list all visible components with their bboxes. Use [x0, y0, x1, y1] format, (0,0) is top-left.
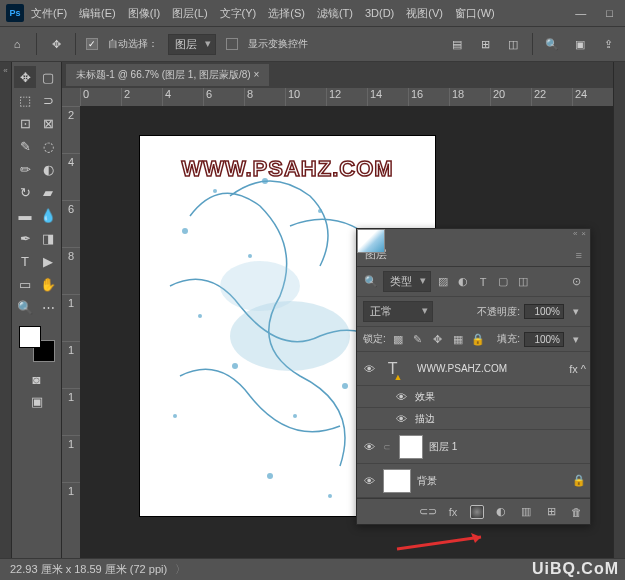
auto-select-target[interactable]: 图层 — [168, 34, 216, 55]
lasso-tool[interactable]: ⊃ — [37, 89, 59, 111]
visibility-toggle[interactable]: 👁 — [361, 441, 377, 453]
fx-chevron-icon[interactable]: ^ — [581, 363, 586, 375]
right-collapse-bar[interactable] — [613, 62, 625, 558]
menu-view[interactable]: 视图(V) — [401, 3, 448, 24]
layer-name[interactable]: 背景 — [417, 474, 566, 488]
new-layer-icon[interactable]: ⊞ — [543, 504, 559, 520]
hand-tool[interactable]: ✋ — [37, 273, 59, 295]
color-swatches[interactable] — [19, 326, 55, 362]
layer-effects[interactable]: 👁 效果 — [357, 386, 590, 408]
menu-window[interactable]: 窗口(W) — [450, 3, 500, 24]
fx-badge[interactable]: fx — [569, 363, 578, 375]
adjustment-layer-icon[interactable]: ◐ — [493, 504, 509, 520]
share-icon[interactable]: ⇪ — [599, 35, 617, 53]
auto-select-checkbox[interactable] — [86, 38, 98, 50]
quick-select-tool[interactable]: ◌ — [37, 135, 59, 157]
gradient-tool[interactable]: ▬ — [14, 204, 36, 226]
layers-panel[interactable]: « × 图层 ≡ 🔍 类型 ▨ ◐ T ▢ ◫ ⊙ 正常 不透明度: 100% … — [356, 228, 591, 525]
lock-transparent-icon[interactable]: ▩ — [390, 331, 406, 347]
show-transform-checkbox[interactable] — [226, 38, 238, 50]
minimize-button[interactable]: — — [569, 5, 592, 21]
maximize-button[interactable]: □ — [600, 5, 619, 21]
filter-search-icon[interactable]: 🔍 — [363, 274, 379, 290]
visibility-toggle[interactable]: 👁 — [361, 363, 377, 375]
opacity-chevron-icon[interactable]: ▾ — [568, 304, 584, 320]
filter-type-select[interactable]: 类型 — [383, 271, 431, 292]
filter-type-icon[interactable]: T — [475, 274, 491, 290]
blur-tool[interactable]: 💧 — [37, 204, 59, 226]
add-mask-icon[interactable] — [470, 505, 484, 519]
group-icon[interactable]: ▥ — [518, 504, 534, 520]
filter-toggle-icon[interactable]: ⊙ — [568, 274, 584, 290]
search-icon[interactable]: 🔍 — [543, 35, 561, 53]
marquee-tool[interactable]: ⬚ — [14, 89, 36, 111]
left-collapse-bar[interactable]: « — [0, 62, 12, 558]
filter-adjust-icon[interactable]: ◐ — [455, 274, 471, 290]
artboard-tool[interactable]: ▢ — [37, 66, 59, 88]
fx-icon[interactable]: fx — [445, 504, 461, 520]
filter-shape-icon[interactable]: ▢ — [495, 274, 511, 290]
layer-stroke-effect[interactable]: 👁 描边 — [357, 408, 590, 430]
layer-text[interactable]: 👁 T▲ WWW.PSAHZ.COM fx^ — [357, 352, 590, 386]
menu-layer[interactable]: 图层(L) — [167, 3, 212, 24]
healing-tool[interactable]: ◐ — [37, 158, 59, 180]
layer-name[interactable]: 图层 1 — [429, 440, 586, 454]
path-select-tool[interactable]: ▶ — [37, 250, 59, 272]
lock-artboard-icon[interactable]: ▦ — [450, 331, 466, 347]
delete-layer-icon[interactable]: 🗑 — [568, 504, 584, 520]
visibility-toggle[interactable]: 👁 — [393, 391, 409, 403]
fill-chevron-icon[interactable]: ▾ — [568, 331, 584, 347]
pen-tool[interactable]: ✒ — [14, 227, 36, 249]
eraser-tool[interactable]: ◨ — [37, 227, 59, 249]
distribute-icon[interactable]: ⊞ — [476, 35, 494, 53]
brush-tool[interactable]: ✏ — [14, 158, 36, 180]
menu-select[interactable]: 选择(S) — [263, 3, 310, 24]
panel-menu-icon[interactable]: ≡ — [576, 249, 582, 261]
panel-close-icon[interactable]: × — [581, 229, 586, 243]
blend-mode-select[interactable]: 正常 — [363, 301, 433, 322]
filter-pixel-icon[interactable]: ▨ — [435, 274, 451, 290]
move-tool[interactable]: ✥ — [14, 66, 36, 88]
quick-mask-tool[interactable]: ◙ — [26, 368, 48, 390]
filter-smart-icon[interactable]: ◫ — [515, 274, 531, 290]
layer-thumbnail[interactable] — [383, 469, 411, 493]
shape-tool[interactable]: ▭ — [14, 273, 36, 295]
crop-tool[interactable]: ⊡ — [14, 112, 36, 134]
panel-collapse-icon[interactable]: « — [573, 229, 577, 243]
link-layers-icon[interactable]: ⊂⊃ — [420, 504, 436, 520]
visibility-toggle[interactable]: 👁 — [393, 413, 409, 425]
align-icon[interactable]: ▤ — [448, 35, 466, 53]
3d-icon[interactable]: ◫ — [504, 35, 522, 53]
move-tool-icon[interactable]: ✥ — [47, 35, 65, 53]
menu-filter[interactable]: 滤镜(T) — [312, 3, 358, 24]
layer-1[interactable]: 👁 ⊂ 图层 1 — [357, 430, 590, 464]
menu-3d[interactable]: 3D(D) — [360, 4, 399, 22]
menu-image[interactable]: 图像(I) — [123, 3, 165, 24]
status-chevron-icon[interactable]: 〉 — [175, 562, 186, 577]
layer-name[interactable]: WWW.PSAHZ.COM — [417, 363, 563, 374]
frame-tool[interactable]: ⊠ — [37, 112, 59, 134]
history-brush-tool[interactable]: ↻ — [14, 181, 36, 203]
mask-link-icon[interactable]: ⊂ — [383, 442, 393, 452]
eyedropper-tool[interactable]: ✎ — [14, 135, 36, 157]
menu-file[interactable]: 文件(F) — [26, 3, 72, 24]
document-tab[interactable]: 未标题-1 @ 66.7% (图层 1, 图层蒙版/8) × — [66, 64, 269, 86]
lock-brush-icon[interactable]: ✎ — [410, 331, 426, 347]
edit-toolbar[interactable]: ⋯ — [37, 296, 59, 318]
layer-mask-thumbnail[interactable] — [399, 435, 423, 459]
screen-mode-tool[interactable]: ▣ — [26, 390, 48, 412]
menu-type[interactable]: 文字(Y) — [215, 3, 262, 24]
home-icon[interactable]: ⌂ — [8, 35, 26, 53]
lock-position-icon[interactable]: ✥ — [430, 331, 446, 347]
lock-all-icon[interactable]: 🔒 — [470, 331, 486, 347]
workspace-icon[interactable]: ▣ — [571, 35, 589, 53]
type-tool[interactable]: T — [14, 250, 36, 272]
zoom-tool[interactable]: 🔍 — [14, 296, 36, 318]
fill-input[interactable]: 100% — [524, 332, 564, 347]
clone-tool[interactable]: ▰ — [37, 181, 59, 203]
opacity-input[interactable]: 100% — [524, 304, 564, 319]
fg-color[interactable] — [19, 326, 41, 348]
menu-edit[interactable]: 编辑(E) — [74, 3, 121, 24]
visibility-toggle[interactable]: 👁 — [361, 475, 377, 487]
layer-background[interactable]: 👁 背景 🔒 — [357, 464, 590, 498]
